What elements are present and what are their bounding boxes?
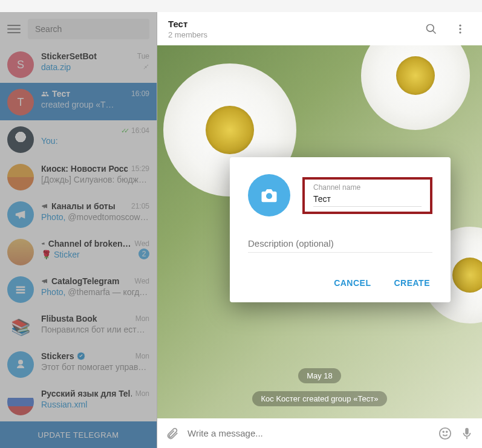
mic-icon bbox=[460, 427, 474, 440]
voice-button[interactable] bbox=[460, 427, 474, 440]
modal-actions: CANCEL CREATE bbox=[248, 273, 432, 293]
window-top-strip bbox=[0, 0, 482, 12]
main-header: Тест 2 members bbox=[157, 12, 482, 45]
emoji-button[interactable] bbox=[438, 427, 452, 440]
attach-button[interactable] bbox=[166, 427, 179, 440]
create-button[interactable]: CREATE bbox=[391, 273, 432, 293]
system-message: Кос Koстeг created group «Тест» bbox=[252, 391, 386, 406]
svg-point-5 bbox=[459, 31, 461, 33]
channel-description-input[interactable] bbox=[248, 235, 432, 253]
chat-title: Тест bbox=[168, 19, 413, 29]
date-pill: May 18 bbox=[298, 368, 341, 383]
more-options-button[interactable] bbox=[449, 18, 471, 40]
paperclip-icon bbox=[166, 427, 179, 440]
sidebar-dim-overlay bbox=[0, 12, 157, 448]
svg-point-6 bbox=[440, 427, 451, 438]
message-input[interactable] bbox=[187, 428, 430, 438]
channel-photo-button[interactable] bbox=[248, 174, 290, 216]
smile-icon bbox=[438, 427, 452, 440]
chat-info[interactable]: Тест 2 members bbox=[168, 19, 413, 39]
search-in-chat-button[interactable] bbox=[420, 18, 442, 40]
message-composer bbox=[157, 418, 482, 448]
kebab-icon bbox=[454, 23, 466, 35]
svg-point-10 bbox=[266, 193, 272, 199]
camera-icon bbox=[260, 186, 278, 204]
svg-point-7 bbox=[443, 431, 444, 432]
svg-point-4 bbox=[459, 28, 461, 30]
channel-name-field-highlight: Channel name bbox=[302, 177, 432, 214]
channel-name-label: Channel name bbox=[313, 183, 422, 192]
search-icon bbox=[425, 23, 437, 35]
svg-point-1 bbox=[427, 24, 434, 31]
svg-point-3 bbox=[459, 24, 461, 26]
system-message-row: Кос Koстeг created group «Тест» bbox=[157, 391, 482, 406]
bg-flower bbox=[361, 45, 470, 130]
chat-subtitle: 2 members bbox=[168, 30, 413, 39]
svg-point-8 bbox=[446, 431, 448, 432]
channel-name-input[interactable] bbox=[313, 192, 422, 207]
date-separator: May 18 bbox=[157, 368, 482, 383]
svg-line-2 bbox=[433, 30, 436, 33]
svg-rect-9 bbox=[466, 437, 467, 439]
create-channel-modal: Channel name CANCEL CREATE bbox=[230, 157, 451, 302]
description-field bbox=[248, 235, 432, 253]
cancel-button[interactable]: CANCEL bbox=[331, 273, 373, 293]
